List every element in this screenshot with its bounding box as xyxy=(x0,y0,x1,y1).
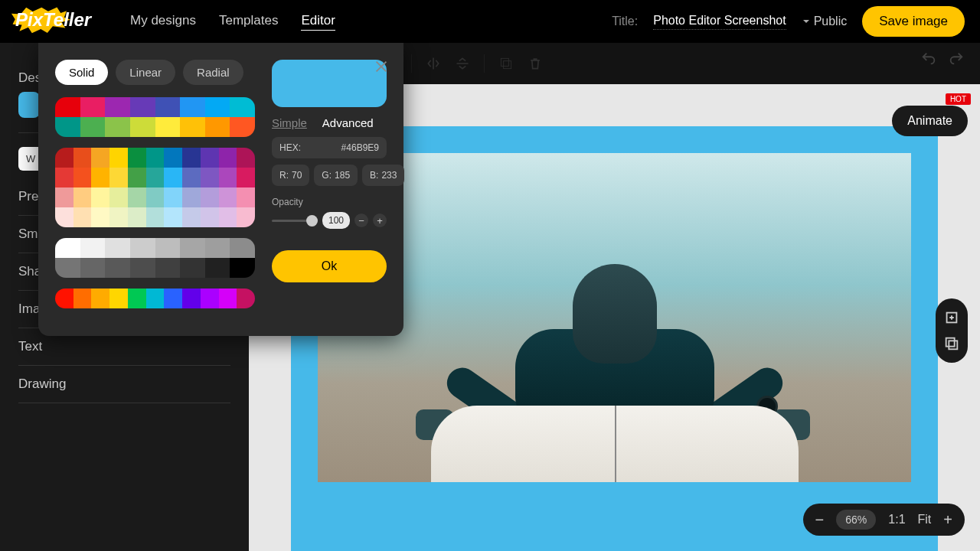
swatch[interactable] xyxy=(237,168,255,187)
swatch[interactable] xyxy=(130,238,155,258)
swatch[interactable] xyxy=(164,289,182,308)
swatch[interactable] xyxy=(128,148,146,168)
swatch[interactable] xyxy=(109,148,128,168)
mode-linear[interactable]: Linear xyxy=(116,60,175,85)
swatch[interactable] xyxy=(180,117,205,137)
r-field[interactable]: R:70 xyxy=(272,165,309,186)
swatch[interactable] xyxy=(91,187,109,207)
swatch[interactable] xyxy=(146,289,165,308)
swatch[interactable] xyxy=(205,97,230,117)
opacity-plus-button[interactable]: + xyxy=(373,214,387,227)
swatch[interactable] xyxy=(230,117,255,137)
swatch[interactable] xyxy=(237,289,255,308)
swatch[interactable] xyxy=(205,258,230,278)
opacity-slider[interactable] xyxy=(272,220,318,222)
sidebar-drawing[interactable]: Drawing xyxy=(18,366,230,403)
nav-editor[interactable]: Editor xyxy=(301,13,335,31)
swatch[interactable] xyxy=(182,289,201,308)
swatch[interactable] xyxy=(155,97,181,117)
swatch[interactable] xyxy=(74,289,92,308)
swatch[interactable] xyxy=(109,207,128,227)
swatch[interactable] xyxy=(55,187,74,207)
swatch[interactable] xyxy=(219,187,237,207)
hex-field[interactable]: HEX:#46B9E9 xyxy=(272,137,387,158)
swatch[interactable] xyxy=(146,187,165,207)
swatch[interactable] xyxy=(55,117,80,137)
swatch[interactable] xyxy=(182,168,201,187)
swatch[interactable] xyxy=(182,187,201,207)
add-page-icon[interactable] xyxy=(943,309,960,326)
swatch[interactable] xyxy=(80,117,106,137)
swatch[interactable] xyxy=(91,207,109,227)
ok-button[interactable]: Ok xyxy=(272,250,387,282)
swatch[interactable] xyxy=(128,207,146,227)
g-field[interactable]: G:185 xyxy=(314,165,358,186)
swatch[interactable] xyxy=(105,238,130,258)
duplicate-page-icon[interactable] xyxy=(943,335,960,352)
swatch[interactable] xyxy=(55,238,80,258)
swatch[interactable] xyxy=(205,238,230,258)
flip-v-icon[interactable] xyxy=(455,56,470,71)
swatch[interactable] xyxy=(164,187,182,207)
swatch[interactable] xyxy=(219,168,237,187)
zoom-out-button[interactable]: − xyxy=(815,511,825,529)
zoom-in-button[interactable]: + xyxy=(943,511,952,529)
swatch[interactable] xyxy=(74,148,92,168)
swatch[interactable] xyxy=(219,289,237,308)
swatch[interactable] xyxy=(109,168,128,187)
photo-layer[interactable] xyxy=(318,153,911,482)
nav-templates[interactable]: Templates xyxy=(219,13,278,31)
swatch[interactable] xyxy=(180,238,205,258)
swatch[interactable] xyxy=(201,289,219,308)
swatch[interactable] xyxy=(164,168,182,187)
mode-solid[interactable]: Solid xyxy=(55,60,108,85)
swatch[interactable] xyxy=(130,258,155,278)
swatch[interactable] xyxy=(130,117,155,137)
swatch[interactable] xyxy=(55,148,74,168)
swatch[interactable] xyxy=(237,148,255,168)
swatch[interactable] xyxy=(205,117,230,137)
swatch[interactable] xyxy=(80,238,106,258)
swatch[interactable] xyxy=(105,117,130,137)
swatch[interactable] xyxy=(201,207,219,227)
swatch[interactable] xyxy=(80,258,106,278)
swatch[interactable] xyxy=(128,289,146,308)
swatch[interactable] xyxy=(146,207,165,227)
undo-canvas-icon[interactable] xyxy=(920,51,937,67)
swatch[interactable] xyxy=(237,187,255,207)
swatch[interactable] xyxy=(155,117,181,137)
swatch[interactable] xyxy=(182,207,201,227)
swatch[interactable] xyxy=(105,97,130,117)
swatch[interactable] xyxy=(155,258,181,278)
mode-radial[interactable]: Radial xyxy=(183,60,243,85)
swatch[interactable] xyxy=(105,258,130,278)
swatch[interactable] xyxy=(74,207,92,227)
swatch[interactable] xyxy=(201,187,219,207)
swatch[interactable] xyxy=(91,148,109,168)
swatch[interactable] xyxy=(182,148,201,168)
save-button[interactable]: Save image xyxy=(862,6,965,37)
swatch[interactable] xyxy=(74,168,92,187)
swatch[interactable] xyxy=(237,207,255,227)
opacity-minus-button[interactable]: − xyxy=(354,214,368,227)
swatch[interactable] xyxy=(201,168,219,187)
swatch[interactable] xyxy=(219,207,237,227)
close-button[interactable] xyxy=(373,58,390,78)
redo-canvas-icon[interactable] xyxy=(948,51,965,67)
flip-h-icon[interactable] xyxy=(426,56,441,71)
title-input[interactable]: Photo Editor Screenshot xyxy=(653,14,786,30)
swatch[interactable] xyxy=(128,187,146,207)
swatch[interactable] xyxy=(155,238,181,258)
swatch[interactable] xyxy=(55,97,80,117)
tab-simple[interactable]: Simple xyxy=(272,116,307,129)
swatch[interactable] xyxy=(180,97,205,117)
swatch[interactable] xyxy=(164,207,182,227)
swatch[interactable] xyxy=(230,97,255,117)
opacity-value[interactable]: 100 xyxy=(322,212,350,229)
logo[interactable]: PixTeller xyxy=(15,8,107,35)
swatch[interactable] xyxy=(230,238,255,258)
swatch[interactable] xyxy=(55,168,74,187)
swatch[interactable] xyxy=(180,258,205,278)
tab-advanced[interactable]: Advanced xyxy=(322,116,374,129)
swatch[interactable] xyxy=(55,258,80,278)
